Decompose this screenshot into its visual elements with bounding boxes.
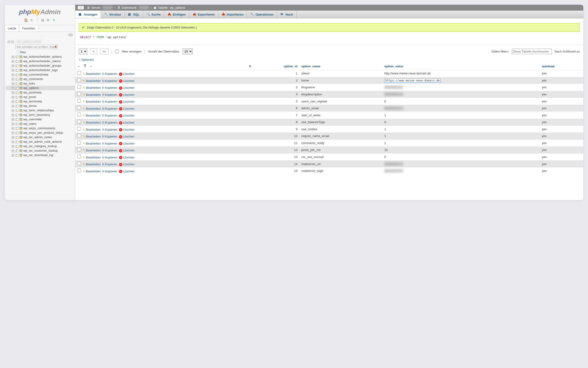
cell-value[interactable]: 1 (384, 113, 386, 117)
cell-autoload[interactable]: yes (540, 119, 583, 126)
exit-icon[interactable]: ⎋ (30, 18, 33, 22)
expand-icon[interactable]: + (12, 150, 14, 152)
clear-filter-icon[interactable]: X (55, 45, 57, 48)
tab-favorites[interactable]: Favoriten (19, 25, 38, 32)
columns-icon[interactable] (16, 132, 18, 134)
cell-id[interactable]: 11 (254, 140, 300, 147)
expand-icon[interactable]: + (12, 114, 14, 116)
columns-icon[interactable] (16, 56, 18, 58)
row-checkbox[interactable] (77, 106, 81, 110)
tree-table-wp_comments[interactable]: + wp_comments (6, 77, 75, 81)
cell-value-blurred[interactable]: xxxxxxxx (384, 92, 403, 96)
row-checkbox[interactable] (77, 148, 81, 151)
edit-link[interactable]: Bearbeiten (86, 93, 101, 97)
edit-link[interactable]: Bearbeiten (86, 100, 101, 103)
cell-id[interactable]: 6 (254, 105, 300, 112)
cell-value[interactable]: 0 (384, 155, 386, 159)
cell-autoload[interactable]: yes (540, 160, 583, 167)
columns-icon[interactable] (16, 154, 18, 156)
sql-query[interactable]: SELECT * FROM `wp_options` (79, 34, 580, 40)
cell-value[interactable]: 10 (384, 148, 388, 152)
expand-icon[interactable]: + (12, 78, 14, 81)
col-option-id[interactable]: option_id (254, 63, 300, 70)
edit-link[interactable]: Bearbeiten (86, 114, 101, 117)
cell-name[interactable]: rss_use_excerpt (299, 154, 382, 161)
copy-link[interactable]: Kopieren (105, 148, 117, 152)
columns-icon[interactable] (16, 123, 18, 125)
edit-link[interactable]: Bearbeiten (86, 142, 101, 145)
page-select[interactable]: 1 (79, 48, 87, 54)
tree-table-wp_wc_customer_lookup[interactable]: + wp_wc_customer_lookup (6, 148, 75, 153)
tree-table-wp_termmeta[interactable]: + wp_termmeta (6, 99, 75, 104)
expand-icon[interactable]: + (12, 60, 14, 63)
cell-value-blurred[interactable]: xxxxxxxx (384, 85, 403, 89)
expand-icon[interactable]: + (12, 96, 14, 98)
columns-icon[interactable] (16, 83, 18, 85)
copy-link[interactable]: Kopieren (105, 86, 117, 90)
cell-name[interactable]: blogname (299, 84, 382, 91)
last-page-button[interactable]: >> (100, 48, 109, 54)
edit-link[interactable]: Bearbeiten (86, 107, 101, 110)
columns-icon[interactable] (16, 78, 18, 81)
expand-icon[interactable]: + (12, 110, 14, 112)
cell-id[interactable]: 5 (254, 98, 300, 105)
columns-icon[interactable] (16, 141, 18, 143)
tree-table-wp_usermeta[interactable]: + wp_usermeta (6, 117, 75, 121)
edit-link[interactable]: Bearbeiten (86, 72, 101, 76)
expand-icon[interactable]: + (12, 105, 14, 107)
tab-anzeigen[interactable]: ▦Anzeigen (75, 11, 101, 18)
row-checkbox[interactable] (77, 113, 81, 117)
next-page-button[interactable]: > (90, 48, 97, 54)
copy-link[interactable]: Kopieren (105, 114, 117, 117)
move-columns-icon[interactable]: ← T → (77, 64, 94, 68)
expand-icon[interactable]: + (12, 154, 14, 156)
cell-autoload[interactable]: yes (540, 133, 583, 140)
cell-value[interactable]: 1 (384, 134, 386, 138)
copy-link[interactable]: Kopieren (105, 170, 117, 173)
cell-name[interactable]: use_balanceTags (299, 119, 382, 126)
tree-table-wp_wcpv_commissions[interactable]: + wp_wcpv_commissions (6, 126, 75, 130)
expand-icon[interactable]: + (12, 145, 14, 148)
cell-value[interactable]: 0 (384, 100, 386, 103)
row-checkbox[interactable] (77, 85, 81, 89)
columns-icon[interactable] (16, 65, 18, 67)
tree-table-wp_actionscheduler_groups[interactable]: + wp_actionscheduler_groups (6, 63, 75, 68)
tab-suche[interactable]: 🔍Suche (143, 11, 164, 18)
cell-name[interactable]: comments_notify (299, 140, 382, 147)
cell-name[interactable]: start_of_week (299, 112, 382, 119)
cell-id[interactable]: 12 (254, 147, 300, 154)
cell-autoload[interactable]: yes (540, 154, 583, 161)
cell-autoload[interactable]: yes (540, 167, 583, 175)
cell-value[interactable]: 1 (384, 127, 386, 131)
delete-link[interactable]: Löschen (123, 107, 134, 110)
tree-table-wp_actionscheduler_actions[interactable]: + wp_actionscheduler_actions (6, 54, 75, 59)
help-icon[interactable]: ❔ (35, 18, 39, 22)
cell-id[interactable]: 10 (254, 133, 300, 140)
delete-link[interactable]: Löschen (123, 162, 134, 166)
gear-icon[interactable]: ⚙ (46, 18, 50, 22)
cell-name[interactable]: require_name_email (299, 133, 382, 140)
copy-link[interactable]: Kopieren (105, 128, 117, 131)
columns-icon[interactable] (16, 74, 18, 76)
cell-name[interactable]: blogdescription (299, 91, 382, 98)
expand-icon[interactable]: + (12, 56, 14, 58)
delete-link[interactable]: Löschen (123, 170, 134, 173)
tree-table-wp_actionscheduler_logs[interactable]: + wp_actionscheduler_logs (6, 68, 75, 72)
columns-icon[interactable] (16, 105, 18, 107)
columns-icon[interactable] (16, 114, 18, 116)
tree-filter-input[interactable] (15, 45, 58, 49)
copy-link[interactable]: Kopieren (105, 107, 117, 110)
row-checkbox[interactable] (77, 127, 81, 131)
cell-name[interactable]: users_can_register (299, 98, 382, 105)
cell-value[interactable]: http://www.meine-neue-domain.de (384, 72, 431, 75)
cell-id[interactable]: 9 (254, 126, 300, 133)
tree-table-wp_terms[interactable]: + wp_terms (6, 104, 75, 108)
cell-name[interactable]: mailserver_login (299, 167, 382, 175)
delete-link[interactable]: Löschen (123, 142, 134, 145)
cell-name[interactable]: use_smilies (299, 126, 382, 133)
new-item[interactable]: 📄Neu (6, 50, 75, 54)
cell-autoload[interactable]: yes (540, 70, 583, 77)
copy-link[interactable]: Kopieren (105, 135, 117, 138)
sort-indicator[interactable]: ▼ (236, 63, 254, 70)
tab-nach[interactable]: 👁Nach (277, 11, 297, 18)
